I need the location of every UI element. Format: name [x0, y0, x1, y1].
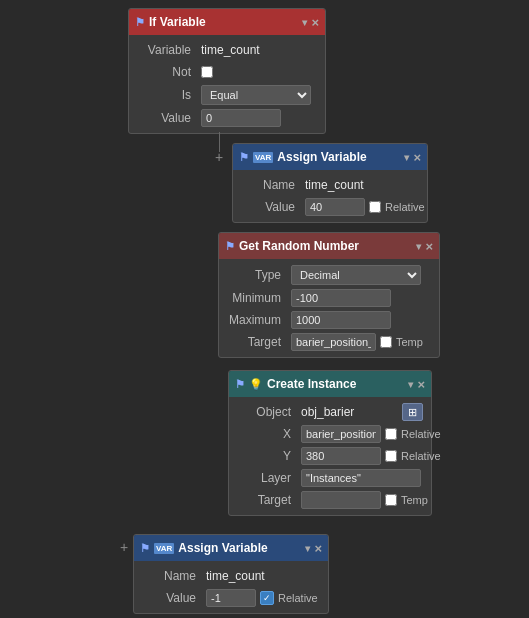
get-random-title: Get Random Number: [239, 239, 359, 253]
pin-icon-av1: ⚑: [239, 151, 249, 164]
value-label-if: Value: [137, 111, 197, 125]
gr-minimum-input[interactable]: [291, 289, 391, 307]
gr-type-label: Type: [227, 268, 287, 282]
create-instance-header: ⚑ 💡 Create Instance ▾ ×: [229, 371, 431, 397]
av2-value-input[interactable]: [206, 589, 256, 607]
assign-variable-1-header: ⚑ VAR Assign Variable ▾ ×: [233, 144, 427, 170]
av1-row-value: Value Relative: [233, 196, 427, 218]
var-icon-av1: VAR: [253, 152, 273, 163]
gr-maximum-input[interactable]: [291, 311, 391, 329]
if-variable-body: Variable time_count Not Is Equal Not Equ…: [129, 35, 325, 133]
av2-relative-label: Relative: [278, 592, 318, 604]
value-input-if[interactable]: [201, 109, 281, 127]
close-av2[interactable]: ×: [314, 541, 322, 556]
ci-x-relative-checkbox[interactable]: [385, 428, 397, 440]
gr-row-maximum: Maximum: [219, 309, 439, 331]
dropdown-arrow-ci[interactable]: ▾: [408, 379, 413, 390]
if-variable-row-not: Not: [129, 61, 325, 83]
close-gr[interactable]: ×: [425, 239, 433, 254]
av1-name-label: Name: [241, 178, 301, 192]
av2-relative-checkbox[interactable]: ✓: [260, 591, 274, 605]
assign-variable-2-panel: ⚑ VAR Assign Variable ▾ × Name time_coun…: [133, 534, 329, 614]
assign-variable-2-title: Assign Variable: [178, 541, 267, 555]
av1-value-label: Value: [241, 200, 301, 214]
ci-row-y: Y Relative: [229, 445, 431, 467]
if-variable-row-value: Value: [129, 107, 325, 129]
dropdown-arrow-gr[interactable]: ▾: [416, 241, 421, 252]
pin-icon-av2: ⚑: [140, 542, 150, 555]
not-checkbox[interactable]: [201, 66, 213, 78]
dropdown-arrow-av2[interactable]: ▾: [305, 543, 310, 554]
ci-object-label: Object: [237, 405, 297, 419]
gr-target-label: Target: [227, 335, 287, 349]
is-select[interactable]: Equal Not Equal Less Than Greater Than: [201, 85, 311, 105]
dropdown-arrow-if[interactable]: ▾: [302, 17, 307, 28]
not-label: Not: [137, 65, 197, 79]
is-label: Is: [137, 88, 197, 102]
close-if-variable[interactable]: ×: [311, 15, 319, 30]
if-variable-title: If Variable: [149, 15, 206, 29]
av2-name-label: Name: [142, 569, 202, 583]
pin-icon-ci: ⚑: [235, 378, 245, 391]
gr-row-minimum: Minimum: [219, 287, 439, 309]
ci-y-label: Y: [237, 449, 297, 463]
gr-row-target: Target Temp: [219, 331, 439, 353]
av1-name-value: time_count: [305, 178, 419, 192]
dropdown-arrow-av1[interactable]: ▾: [404, 152, 409, 163]
ci-row-target: Target Temp: [229, 489, 431, 511]
av1-relative-checkbox[interactable]: [369, 201, 381, 213]
lightbulb-icon-ci: 💡: [249, 378, 263, 391]
assign-variable-2-header: ⚑ VAR Assign Variable ▾ ×: [134, 535, 328, 561]
get-random-body: Type Decimal Integer Minimum Maximum Tar…: [219, 259, 439, 357]
gr-temp-label: Temp: [396, 336, 423, 348]
var-icon-av2: VAR: [154, 543, 174, 554]
ci-y-relative-label: Relative: [401, 450, 441, 462]
gr-target-input[interactable]: [291, 333, 376, 351]
av2-name-value: time_count: [206, 569, 320, 583]
gr-type-select[interactable]: Decimal Integer: [291, 265, 421, 285]
ci-x-label: X: [237, 427, 297, 441]
assign-variable-1-body: Name time_count Value Relative: [233, 170, 427, 222]
gr-row-type: Type Decimal Integer: [219, 263, 439, 287]
ci-y-relative-checkbox[interactable]: [385, 450, 397, 462]
get-random-header: ⚑ Get Random Number ▾ ×: [219, 233, 439, 259]
ci-layer-input[interactable]: [301, 469, 421, 487]
av1-row-name: Name time_count: [233, 174, 427, 196]
av1-relative-label: Relative: [385, 201, 425, 213]
create-instance-panel: ⚑ 💡 Create Instance ▾ × Object obj_barie…: [228, 370, 432, 516]
av1-value-input[interactable]: [305, 198, 365, 216]
if-variable-row-variable: Variable time_count: [129, 39, 325, 61]
pin-icon-gr: ⚑: [225, 240, 235, 253]
variable-label: Variable: [137, 43, 197, 57]
assign-variable-1-title: Assign Variable: [277, 150, 366, 164]
ci-target-label: Target: [237, 493, 297, 507]
av2-row-name: Name time_count: [134, 565, 328, 587]
get-random-panel: ⚑ Get Random Number ▾ × Type Decimal Int…: [218, 232, 440, 358]
assign-variable-2-body: Name time_count Value ✓ Relative: [134, 561, 328, 613]
if-variable-header: ⚑ If Variable ▾ ×: [129, 9, 325, 35]
av2-row-value: Value ✓ Relative: [134, 587, 328, 609]
av2-value-label: Value: [142, 591, 202, 605]
close-av1[interactable]: ×: [413, 150, 421, 165]
ci-x-relative-label: Relative: [401, 428, 441, 440]
ci-object-value: obj_barier: [301, 405, 398, 419]
pin-icon: ⚑: [135, 16, 145, 29]
ci-row-layer: Layer: [229, 467, 431, 489]
ci-target-input[interactable]: [301, 491, 381, 509]
create-instance-title: Create Instance: [267, 377, 356, 391]
ci-y-input[interactable]: [301, 447, 381, 465]
connector-line-1: [219, 132, 220, 152]
assign-variable-1-panel: ⚑ VAR Assign Variable ▾ × Name time_coun…: [232, 143, 428, 223]
gr-maximum-label: Maximum: [227, 313, 287, 327]
plus-connector-2: +: [120, 539, 128, 555]
create-instance-body: Object obj_barier ⊞ X Relative Y Relativ…: [229, 397, 431, 515]
if-variable-row-is: Is Equal Not Equal Less Than Greater Tha…: [129, 83, 325, 107]
variable-value: time_count: [201, 43, 317, 57]
ci-object-btn[interactable]: ⊞: [402, 403, 423, 421]
ci-row-x: X Relative: [229, 423, 431, 445]
ci-layer-label: Layer: [237, 471, 297, 485]
ci-temp-checkbox[interactable]: [385, 494, 397, 506]
close-ci[interactable]: ×: [417, 377, 425, 392]
gr-temp-checkbox[interactable]: [380, 336, 392, 348]
ci-x-input[interactable]: [301, 425, 381, 443]
